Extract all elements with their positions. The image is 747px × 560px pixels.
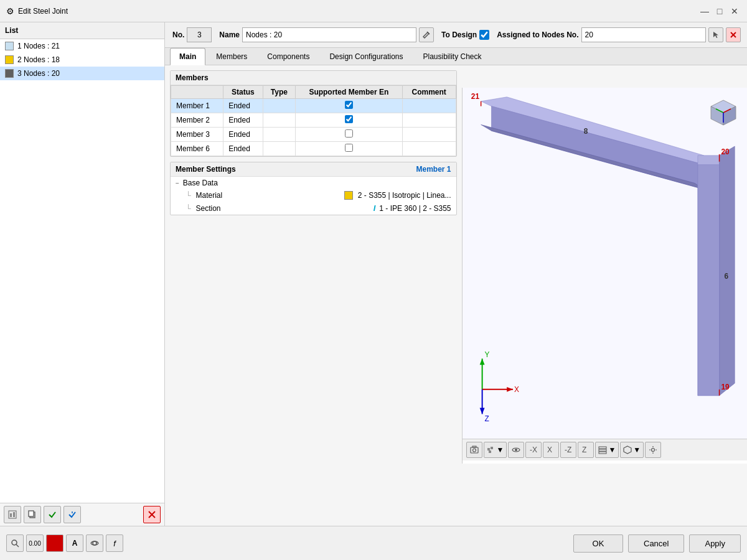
settings-icon [649, 446, 657, 454]
view-btn[interactable] [86, 534, 103, 552]
list-items: 1 Nodes : 21 2 Nodes : 18 3 Nodes : 20 [0, 39, 164, 503]
table-row[interactable]: Member 6 Ended [171, 142, 456, 156]
copy-button[interactable] [24, 506, 41, 523]
maximize-button[interactable]: □ [713, 5, 726, 17]
name-field-group: Name [219, 27, 434, 42]
vp-layer-btn[interactable]: ▼ [595, 442, 619, 458]
row-comment-3 [402, 128, 456, 142]
formula-btn[interactable]: f [106, 534, 123, 552]
list-item-2[interactable]: 2 Nodes : 18 [0, 53, 164, 67]
svg-text:Z: Z [484, 414, 489, 423]
viewport-area: 21 8 20 6 19 [462, 88, 748, 464]
name-label: Name [219, 30, 240, 39]
svg-marker-39 [479, 408, 484, 414]
text-btn[interactable]: A [66, 534, 83, 552]
cancel-button[interactable]: Cancel [628, 534, 684, 553]
assigned-field-group: Assigned to Nodes No. [497, 27, 740, 42]
vp-yplus-btn[interactable]: Z [578, 442, 594, 458]
row-checkbox-1[interactable] [345, 101, 353, 109]
ok-button[interactable]: OK [573, 534, 623, 553]
vp-settings-btn[interactable] [645, 442, 661, 458]
tab-design-configurations[interactable]: Design Configurations [320, 48, 412, 65]
col-row [171, 86, 223, 99]
minimize-button[interactable]: — [698, 5, 711, 17]
list-item-3[interactable]: 3 Nodes : 20 [0, 67, 164, 80]
no-input[interactable] [187, 27, 212, 42]
name-input[interactable] [242, 27, 416, 42]
layout-container: Members Status Type Supported Member En … [165, 65, 747, 526]
check2-button[interactable] [63, 506, 81, 523]
table-row[interactable]: Member 1 Ended [171, 99, 456, 113]
row-type-4 [263, 142, 295, 156]
left-panel-toolbar [0, 503, 164, 526]
title-bar: ⚙ Edit Steel Joint — □ ✕ [0, 0, 747, 22]
right-panel: No. Name To Design Assigned to Nodes No. [165, 22, 747, 526]
vp-render-mode-btn[interactable]: ▼ [484, 442, 507, 458]
value-btn[interactable]: 0.00 [26, 534, 44, 552]
vp-eye-btn[interactable] [508, 442, 524, 458]
apply-button[interactable]: Apply [689, 534, 741, 553]
table-row[interactable]: Member 3 Ended [171, 128, 456, 142]
row-type-2 [263, 113, 295, 128]
title-bar-title: Edit Steel Joint [18, 7, 68, 16]
table-row[interactable]: Member 2 Ended [171, 113, 456, 128]
col-status: Status [223, 86, 263, 99]
view-icon [90, 539, 99, 548]
list-color-3 [5, 69, 14, 78]
tree-branch-1: └ [186, 191, 191, 200]
check-button[interactable] [44, 506, 61, 523]
to-design-checkbox[interactable] [479, 30, 489, 40]
tab-members[interactable]: Members [207, 48, 256, 65]
assigned-select-button[interactable] [708, 27, 723, 42]
svg-rect-45 [491, 447, 493, 449]
svg-text:20: 20 [721, 147, 730, 156]
svg-rect-4 [29, 511, 34, 516]
tree-branch-2: └ [186, 204, 191, 213]
row-checkbox-3[interactable] [345, 129, 353, 138]
zoom-btn[interactable] [6, 534, 24, 552]
settings-header-label: Member Settings [176, 165, 236, 174]
formula-icon: f [113, 539, 116, 548]
tab-plausibility-check[interactable]: Plausibility Check [413, 48, 491, 65]
svg-rect-54 [599, 452, 606, 454]
yplus-icon: Z [581, 447, 590, 453]
svg-rect-1 [10, 513, 12, 517]
row-checkbox-4[interactable] [345, 144, 353, 152]
beam-3d: 21 8 20 6 19 [463, 88, 748, 439]
svg-point-42 [472, 449, 476, 452]
row-supported-4 [296, 142, 403, 156]
value-label: 0.00 [29, 540, 40, 547]
color-btn[interactable] [46, 534, 63, 552]
tab-components[interactable]: Components [258, 48, 319, 65]
row-checkbox-2[interactable] [345, 115, 353, 123]
assigned-clear-button[interactable] [726, 27, 741, 42]
check-icon [48, 510, 57, 519]
collapse-icon[interactable]: − [176, 180, 179, 187]
no-label: No. [172, 30, 184, 39]
vp-cube-btn[interactable]: ▼ [620, 442, 644, 458]
add-icon [8, 510, 17, 519]
vp-xminus-btn[interactable]: -X [525, 442, 542, 458]
name-edit-button[interactable] [419, 27, 434, 42]
delete-button[interactable] [143, 506, 161, 523]
vp-xplus-btn[interactable]: X [543, 442, 559, 458]
base-data-row[interactable]: − Base Data [171, 177, 456, 189]
assigned-input[interactable] [581, 27, 706, 42]
vp-yminus-btn[interactable]: -Z [560, 442, 576, 458]
svg-point-57 [12, 540, 17, 545]
row-supported-2 [296, 113, 403, 128]
svg-point-56 [652, 449, 655, 452]
list-item-1[interactable]: 1 Nodes : 21 [0, 39, 164, 53]
vp-screenshot-btn[interactable] [466, 442, 482, 458]
tab-main[interactable]: Main [170, 48, 205, 65]
zoom-icon [11, 539, 19, 548]
svg-rect-53 [599, 449, 606, 451]
app-icon: ⚙ [6, 6, 14, 16]
close-button[interactable]: ✕ [728, 5, 741, 17]
main-container: List 1 Nodes : 21 2 Nodes : 18 3 Nodes :… [0, 22, 747, 560]
col-comment: Comment [402, 86, 456, 99]
svg-text:Y: Y [484, 350, 489, 359]
color-swatch-icon [52, 540, 58, 546]
row-label-3: Member 3 [171, 128, 223, 142]
add-button[interactable] [4, 506, 21, 523]
